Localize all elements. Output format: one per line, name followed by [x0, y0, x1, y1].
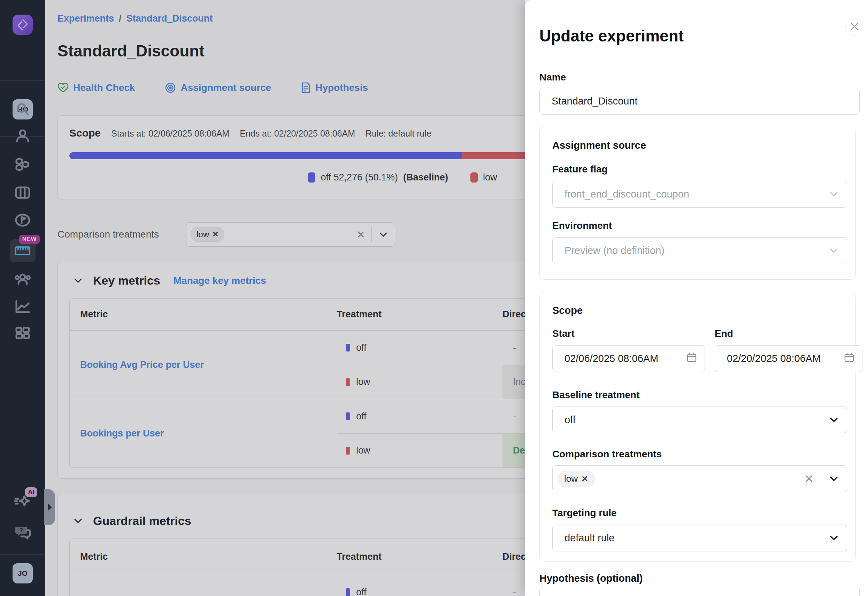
environment-select[interactable]: Preview (no definition): [552, 237, 847, 264]
baseline-treatment-value: off: [564, 414, 576, 426]
calendar-icon[interactable]: [686, 352, 697, 365]
update-experiment-panel: Update experiment Name Standard_Discount…: [525, 0, 868, 596]
chevron-down-icon[interactable]: [821, 417, 847, 422]
end-label: End: [714, 328, 862, 339]
scope-heading: Scope: [552, 305, 847, 316]
start-date-input[interactable]: 02/06/2025 08:06AM: [552, 345, 705, 372]
name-label: Name: [539, 72, 860, 83]
close-icon: [850, 22, 859, 31]
targeting-rule-select[interactable]: default rule: [552, 525, 847, 552]
assignment-source-card: Assignment source Feature flag front_end…: [539, 127, 856, 280]
baseline-treatment-label: Baseline treatment: [552, 389, 847, 401]
clear-selection-icon[interactable]: ✕: [797, 472, 821, 485]
chevron-down-icon[interactable]: [821, 536, 847, 540]
end-date-input[interactable]: 02/20/2025 08:06AM: [714, 345, 862, 372]
close-panel-button[interactable]: [845, 18, 864, 35]
chevron-down-icon[interactable]: [821, 477, 847, 481]
hypothesis-optional-label: Hypothesis (optional): [539, 573, 860, 584]
start-date-value: 02/06/2025 08:06AM: [564, 353, 658, 364]
name-input[interactable]: Standard_Discount: [539, 88, 860, 115]
chevron-down-icon: [821, 192, 847, 196]
comparison-treatments-multiselect[interactable]: low ✕ ✕: [552, 465, 847, 492]
assignment-source-heading: Assignment source: [552, 140, 847, 151]
feature-flag-select[interactable]: front_end_discount_coupon: [552, 181, 847, 208]
hypothesis-textarea[interactable]: [539, 587, 860, 596]
modal-scrim[interactable]: [0, 0, 525, 596]
chevron-down-icon: [821, 248, 847, 253]
environment-label: Environment: [552, 220, 847, 231]
feature-flag-value: front_end_discount_coupon: [564, 189, 689, 200]
feature-flag-label: Feature flag: [552, 164, 847, 175]
environment-value: Preview (no definition): [564, 245, 664, 257]
baseline-treatment-select[interactable]: off: [552, 407, 847, 433]
end-date-value: 02/20/2025 08:06AM: [727, 353, 821, 364]
calendar-icon[interactable]: [844, 352, 855, 365]
scope-card: Scope Start End 02/06/2025 08:06AM 02/20…: [539, 292, 856, 562]
chip-remove-icon[interactable]: ✕: [581, 474, 588, 484]
comparison-treatments-label: Comparison treatments: [552, 448, 847, 460]
targeting-rule-value: default rule: [564, 532, 615, 544]
panel-title: Update experiment: [539, 27, 860, 45]
app-window: HO: [0, 0, 868, 596]
treatment-chip-low[interactable]: low ✕: [558, 471, 595, 487]
name-value: Standard_Discount: [552, 96, 638, 107]
chip-label: low: [564, 474, 578, 484]
targeting-rule-label: Targeting rule: [552, 507, 847, 519]
start-label: Start: [552, 328, 705, 339]
